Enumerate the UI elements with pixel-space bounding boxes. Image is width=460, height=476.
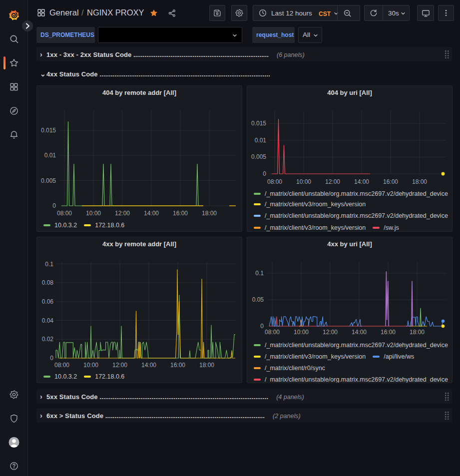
svg-text:0.1: 0.1 [255, 270, 264, 277]
svg-text:0.05: 0.05 [252, 296, 264, 303]
svg-text:0.02: 0.02 [42, 336, 54, 343]
svg-text:16:00: 16:00 [381, 329, 396, 336]
svg-text:10:00: 10:00 [83, 362, 98, 369]
svg-text:08:00: 08:00 [57, 210, 72, 217]
svg-text:12:00: 12:00 [115, 210, 130, 217]
svg-text:08:00: 08:00 [267, 178, 282, 185]
svg-text:0.1: 0.1 [45, 261, 53, 268]
svg-text:14:00: 14:00 [141, 362, 156, 369]
svg-text:12:00: 12:00 [112, 362, 127, 369]
svg-text:18:00: 18:00 [410, 329, 425, 336]
svg-text:0.04: 0.04 [42, 317, 54, 324]
svg-text:10:00: 10:00 [294, 329, 309, 336]
svg-text:14:00: 14:00 [352, 329, 367, 336]
svg-text:14:00: 14:00 [144, 210, 159, 217]
svg-text:0: 0 [50, 355, 53, 362]
svg-text:18:00: 18:00 [412, 178, 427, 185]
svg-text:0: 0 [263, 170, 266, 177]
svg-text:12:00: 12:00 [325, 178, 340, 185]
svg-text:10:00: 10:00 [86, 210, 101, 217]
svg-text:18:00: 18:00 [199, 362, 214, 369]
svg-text:0.08: 0.08 [42, 279, 54, 286]
svg-text:0.005: 0.005 [251, 153, 266, 160]
svg-text:12:00: 12:00 [323, 329, 338, 336]
svg-text:0: 0 [52, 202, 56, 209]
svg-text:0.015: 0.015 [251, 120, 266, 127]
svg-text:08:00: 08:00 [265, 329, 280, 336]
svg-text:16:00: 16:00 [383, 178, 398, 185]
svg-text:14:00: 14:00 [354, 178, 369, 185]
svg-text:0.005: 0.005 [41, 177, 56, 184]
svg-text:16:00: 16:00 [170, 362, 185, 369]
svg-text:18:00: 18:00 [202, 210, 217, 217]
svg-text:0.01: 0.01 [44, 152, 56, 159]
svg-text:0: 0 [260, 323, 264, 330]
svg-text:0.01: 0.01 [255, 137, 267, 144]
svg-text:08:00: 08:00 [54, 362, 69, 369]
svg-text:16:00: 16:00 [173, 210, 188, 217]
svg-text:0.015: 0.015 [41, 127, 56, 134]
svg-text:0.06: 0.06 [42, 298, 54, 305]
svg-text:10:00: 10:00 [296, 178, 311, 185]
